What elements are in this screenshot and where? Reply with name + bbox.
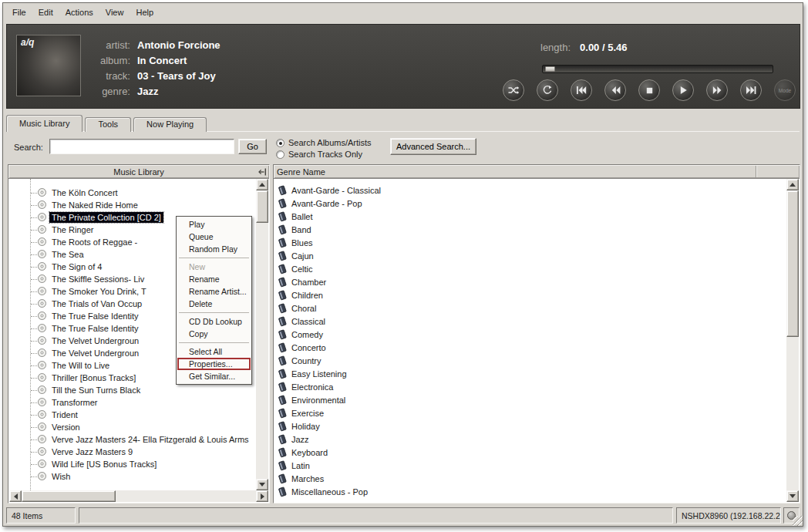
- context-menu-item[interactable]: Select All: [177, 345, 251, 358]
- scroll-right-button[interactable]: [256, 490, 268, 502]
- fast-forward-button[interactable]: [706, 79, 728, 101]
- context-menu-item[interactable]: Properties...: [177, 358, 251, 370]
- menu-item[interactable]: Edit: [32, 5, 59, 19]
- context-menu-item[interactable]: Rename: [177, 273, 251, 285]
- genre-list-item[interactable]: Band: [274, 223, 786, 236]
- context-menu-item[interactable]: [179, 258, 249, 258]
- context-menu-item[interactable]: New: [177, 261, 251, 273]
- album-tree-item[interactable]: Transformer: [9, 396, 256, 409]
- album-tree-item[interactable]: The Naked Ride Home: [9, 199, 256, 211]
- radio-search-albums-artists[interactable]: Search Albums/Artists: [276, 137, 372, 148]
- fast-forward-icon: [712, 86, 722, 95]
- genre-list-item[interactable]: Country: [274, 354, 786, 367]
- genre-list-item[interactable]: Blues: [274, 236, 786, 249]
- album-tree-item[interactable]: Trident: [9, 409, 256, 421]
- scroll-down-button[interactable]: [786, 490, 799, 502]
- genre-list-item[interactable]: Choral: [274, 301, 786, 315]
- album-tree-item[interactable]: Verve Jazz Masters 9: [9, 446, 256, 458]
- radio-search-tracks-only[interactable]: Search Tracks Only: [276, 149, 372, 160]
- shuffle-button[interactable]: [503, 79, 524, 101]
- scroll-up-button[interactable]: [256, 179, 268, 190]
- tab[interactable]: Now Playing: [133, 117, 207, 132]
- genre-column-header[interactable]: Genre Name: [274, 165, 800, 179]
- context-menu-item[interactable]: [179, 312, 249, 313]
- genre-list-item[interactable]: Avant-Garde - Pop: [274, 197, 786, 210]
- album-tree-item[interactable]: Verve Jazz Masters 24- Ella Fitzgerald &…: [9, 433, 256, 446]
- genre-list-item[interactable]: Ballet: [274, 210, 786, 223]
- menu-item[interactable]: View: [99, 5, 130, 19]
- menu-item[interactable]: File: [6, 5, 32, 19]
- mode-button[interactable]: Mode: [774, 79, 796, 101]
- genre-list-item[interactable]: Comedy: [274, 328, 786, 341]
- tab[interactable]: Tools: [85, 117, 131, 132]
- album-tree-item[interactable]: Wish: [9, 470, 256, 483]
- repeat-button[interactable]: [537, 79, 558, 101]
- context-menu-item[interactable]: Queue: [177, 231, 251, 243]
- radio-unselected-icon[interactable]: [276, 150, 284, 159]
- stop-button[interactable]: [638, 79, 660, 101]
- tab[interactable]: Music Library: [6, 115, 82, 132]
- genre-list-item[interactable]: Concerto: [274, 341, 786, 354]
- genre-list-item[interactable]: Exercise: [274, 406, 786, 419]
- genre-icon: [278, 237, 288, 248]
- horizontal-scrollbar-thumb[interactable]: [22, 490, 116, 502]
- library-column-header[interactable]: Music Library: [8, 165, 269, 179]
- column-divider[interactable]: [756, 166, 757, 177]
- next-button[interactable]: [740, 79, 762, 101]
- genre-list-item[interactable]: Children: [274, 288, 786, 301]
- genre-list-item[interactable]: Keyboard: [274, 446, 786, 459]
- seek-thumb[interactable]: [545, 66, 555, 72]
- resize-grip[interactable]: [793, 516, 803, 526]
- rewind-button[interactable]: [604, 79, 626, 101]
- genre-list-item[interactable]: Classical: [274, 315, 786, 328]
- advanced-search-button[interactable]: Advanced Search...: [390, 138, 476, 155]
- library-vertical-scrollbar[interactable]: [256, 179, 268, 490]
- pin-panel-button[interactable]: [256, 167, 268, 177]
- scroll-up-button[interactable]: [786, 179, 799, 190]
- genre-list-item[interactable]: Miscellaneous - Pop: [274, 485, 786, 498]
- radio-selected-icon[interactable]: [276, 139, 284, 147]
- genre-list-item[interactable]: Jazz: [274, 433, 786, 446]
- context-menu-item[interactable]: Rename Artist...: [177, 285, 251, 298]
- album-tree-item[interactable]: Version: [9, 421, 256, 433]
- genre-list-item[interactable]: Avant-Garde - Classical: [274, 184, 786, 197]
- context-menu-item[interactable]: Play: [177, 218, 251, 231]
- genre-list-item[interactable]: Marches: [274, 472, 786, 485]
- context-menu-item[interactable]: Delete: [177, 298, 251, 310]
- album-tree-item[interactable]: Till the Sun Turns Black: [9, 384, 256, 396]
- previous-button[interactable]: [571, 79, 592, 101]
- cd-icon: [37, 212, 47, 224]
- context-menu-item[interactable]: CD Db Lookup: [177, 315, 251, 328]
- scroll-left-button[interactable]: [9, 490, 22, 502]
- vertical-scrollbar-thumb[interactable]: [256, 190, 268, 223]
- track-info-label: genre:: [86, 86, 130, 97]
- context-menu-item[interactable]: Copy: [177, 328, 251, 340]
- vertical-scrollbar-thumb[interactable]: [786, 190, 799, 337]
- scroll-down-button[interactable]: [256, 479, 268, 490]
- genre-list-item[interactable]: Environmental: [274, 393, 786, 406]
- genre-list-item[interactable]: Chamber: [274, 275, 786, 288]
- library-horizontal-scrollbar[interactable]: [9, 490, 268, 502]
- context-menu: Play Queue Random Play New Rename Rename…: [176, 216, 252, 385]
- context-menu-item[interactable]: [179, 342, 249, 343]
- genre-list-item[interactable]: Easy Listening: [274, 367, 786, 380]
- track-info-value: In Concert: [137, 55, 187, 66]
- search-input[interactable]: [49, 139, 234, 154]
- play-button[interactable]: [672, 79, 694, 101]
- context-menu-item[interactable]: Get Similar...: [177, 370, 251, 382]
- genre-list-item[interactable]: Cajun: [274, 249, 786, 262]
- menu-item[interactable]: Actions: [59, 5, 99, 19]
- seek-bar[interactable]: [542, 65, 773, 73]
- album-tree-item[interactable]: The Köln Concert: [9, 187, 256, 199]
- genre-list-item[interactable]: Celtic: [274, 262, 786, 275]
- application-window: File Edit Actions View Help a/q artist: …: [2, 2, 803, 527]
- genre-list-item[interactable]: Holiday: [274, 419, 786, 433]
- context-menu-item[interactable]: Random Play: [177, 243, 251, 255]
- go-button[interactable]: Go: [238, 139, 267, 154]
- genre-vertical-scrollbar[interactable]: [786, 179, 799, 502]
- menu-item[interactable]: Help: [130, 5, 160, 19]
- genre-list-item[interactable]: Latin: [274, 459, 786, 472]
- genre-list-item[interactable]: Electronica: [274, 380, 786, 393]
- cd-icon: [37, 409, 47, 421]
- album-tree-item[interactable]: Wild Life [US Bonus Tracks]: [9, 458, 256, 470]
